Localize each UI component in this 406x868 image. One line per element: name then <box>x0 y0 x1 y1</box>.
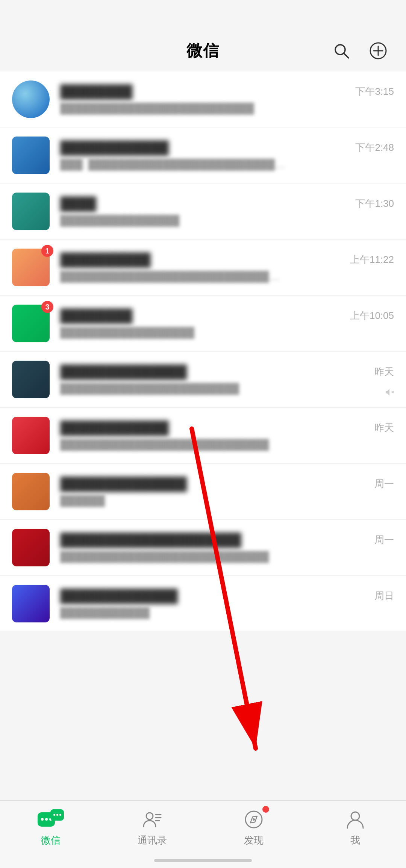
chat-preview: ████████████████████████████ <box>60 551 286 563</box>
chat-name-row: █████████████ 周日 <box>60 589 394 603</box>
chat-preview: ██████████████████████████ <box>60 103 286 115</box>
chat-item-3[interactable]: ████ 下午1:30 ████████████████ <box>0 184 406 240</box>
chat-time: 周日 <box>374 589 394 602</box>
svg-point-14 <box>253 818 255 821</box>
chat-content: ████████ 上午10:05 ██████████████████ <box>60 308 394 339</box>
chat-preview: ████████████████ <box>60 215 286 227</box>
chat-content: ██████████████ 昨天 ██████████████████████… <box>60 364 394 395</box>
chat-preview: ██████████████████ <box>60 327 286 339</box>
chat-time: 周一 <box>374 477 394 490</box>
chat-item-1[interactable]: ████████ 下午3:15 ████████████████████████… <box>0 71 406 127</box>
chat-name-row: ██████████ 上午11:22 <box>60 252 394 267</box>
discover-icon <box>241 808 267 831</box>
page-title: 微信 <box>186 40 220 61</box>
chat-time: 上午10:05 <box>350 309 394 322</box>
chat-name: ████████████ <box>60 140 169 155</box>
chat-preview: ████████████████████████████ <box>60 439 286 451</box>
svg-point-9 <box>146 813 153 819</box>
nav-label-discover: 发现 <box>244 834 264 847</box>
chat-name-row: ██████████████ 周一 <box>60 476 394 491</box>
chat-name-row: ████ 下午1:30 <box>60 196 394 211</box>
chat-avatar <box>12 417 50 454</box>
header: 微信 <box>0 30 406 71</box>
bottom-nav: 微信 通讯录 发现 <box>0 800 406 868</box>
chat-name: ████ <box>60 196 96 211</box>
chat-name: ████████ <box>60 308 133 323</box>
chat-avatar <box>12 137 50 174</box>
chat-time: 昨天 <box>374 365 394 378</box>
chat-content: ████████████████████ 周一 ████████████████… <box>60 533 394 563</box>
me-icon <box>342 808 368 831</box>
chat-content: ████████████ 昨天 ████████████████████████… <box>60 420 394 451</box>
add-button[interactable] <box>365 38 391 64</box>
contacts-icon <box>139 808 165 831</box>
nav-item-wechat[interactable]: 微信 <box>0 808 102 847</box>
chat-avatar <box>12 585 50 622</box>
chat-item-5[interactable]: 3 ████████ 上午10:05 ██████████████████ <box>0 296 406 352</box>
chat-time: 昨天 <box>374 421 394 434</box>
status-bar <box>0 0 406 30</box>
chat-time: 周一 <box>374 533 394 546</box>
chat-avatar <box>12 193 50 230</box>
chat-avatar <box>12 529 50 566</box>
chat-avatar <box>12 473 50 510</box>
mute-icon <box>385 388 394 398</box>
discover-badge <box>262 806 269 813</box>
chat-item-6[interactable]: ██████████████ 昨天 ██████████████████████… <box>0 352 406 408</box>
svg-point-15 <box>351 812 359 820</box>
home-indicator <box>154 859 252 862</box>
chat-name: ████████████████████ <box>60 533 241 547</box>
chat-name-row: ████████████ 昨天 <box>60 420 394 435</box>
wechat-nav-icon <box>38 808 64 831</box>
chat-content: ████ 下午1:30 ████████████████ <box>60 196 394 227</box>
nav-item-me[interactable]: 我 <box>304 808 406 847</box>
chat-name-row: ██████████████ 昨天 <box>60 364 394 379</box>
chat-time: 下午3:15 <box>355 85 394 98</box>
nav-label-wechat: 微信 <box>41 834 61 847</box>
chat-item-4[interactable]: 1 ██████████ 上午11:22 ███████████████████… <box>0 240 406 296</box>
chat-name-row: ████████ 上午10:05 <box>60 308 394 323</box>
nav-label-me: 我 <box>350 834 360 847</box>
chat-name: ██████████████ <box>60 476 187 491</box>
chat-name-row: ████████████████████ 周一 <box>60 533 394 547</box>
chat-preview: ███: ████████████████████████████ <box>60 159 286 171</box>
chat-name: █████████████ <box>60 589 178 603</box>
chat-list: ████████ 下午3:15 ████████████████████████… <box>0 71 406 632</box>
chat-item-2[interactable]: ████████████ 下午2:48 ███: ███████████████… <box>0 127 406 184</box>
chat-name-row: ████████████ 下午2:48 <box>60 140 394 155</box>
chat-content: ██████████████ 周一 ██████ <box>60 476 394 507</box>
chat-avatar <box>12 361 50 398</box>
svg-line-1 <box>344 53 348 58</box>
chat-name: ████████████ <box>60 420 169 435</box>
chat-name: ████████ <box>60 84 133 99</box>
chat-name: ██████████████ <box>60 364 187 379</box>
chat-time: 下午2:48 <box>355 141 394 154</box>
chat-preview: ████████████ <box>60 607 286 619</box>
header-icons <box>329 38 391 64</box>
chat-content: █████████████ 周日 ████████████ <box>60 589 394 619</box>
chat-preview: █████████████████████████████████████ <box>60 271 286 283</box>
chat-name-row: ████████ 下午3:15 <box>60 84 394 99</box>
chat-avatar: 3 <box>12 305 50 342</box>
chat-content: ████████████ 下午2:48 ███: ███████████████… <box>60 140 394 171</box>
chat-item-8[interactable]: ██████████████ 周一 ██████ <box>0 464 406 520</box>
chat-item-9[interactable]: ████████████████████ 周一 ████████████████… <box>0 520 406 576</box>
chat-content: ██████████ 上午11:22 █████████████████████… <box>60 252 394 283</box>
chat-avatar <box>12 80 50 118</box>
chat-content: ████████ 下午3:15 ████████████████████████… <box>60 84 394 115</box>
nav-label-contacts: 通讯录 <box>138 834 167 847</box>
chat-name: ██████████ <box>60 252 151 267</box>
chat-item-7[interactable]: ████████████ 昨天 ████████████████████████… <box>0 408 406 464</box>
search-button[interactable] <box>329 38 354 64</box>
chat-item-10[interactable]: █████████████ 周日 ████████████ <box>0 576 406 632</box>
chat-preview: ████████████████████████ <box>60 383 286 395</box>
chat-time: 下午1:30 <box>355 197 394 210</box>
nav-item-discover[interactable]: 发现 <box>203 808 304 847</box>
chat-time: 上午11:22 <box>350 253 394 266</box>
chat-avatar: 1 <box>12 249 50 286</box>
chat-badge: 3 <box>41 301 53 313</box>
nav-item-contacts[interactable]: 通讯录 <box>102 808 203 847</box>
chat-badge: 1 <box>41 245 53 257</box>
chat-preview: ██████ <box>60 495 286 507</box>
